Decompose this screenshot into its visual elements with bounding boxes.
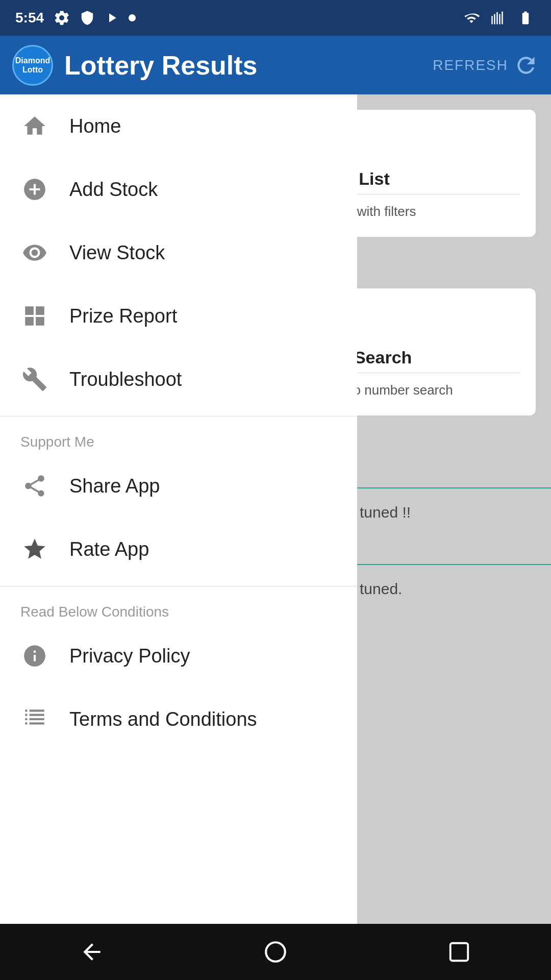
- dot-indicator: [129, 14, 136, 21]
- play-icon: [104, 9, 119, 27]
- navigation-drawer: Home Add Stock View Stock: [0, 94, 357, 980]
- menu-item-prize-report[interactable]: Prize Report: [0, 284, 357, 348]
- status-left: 5:54: [15, 9, 136, 27]
- menu-item-troubleshoot[interactable]: Troubleshoot: [0, 348, 357, 411]
- menu-label-privacy-policy: Privacy Policy: [69, 645, 190, 667]
- menu-label-troubleshoot: Troubleshoot: [69, 369, 182, 390]
- add-circle-icon: [20, 175, 49, 204]
- menu-label-share-app: Share App: [69, 475, 160, 497]
- menu-label-rate-app: Rate App: [69, 538, 149, 560]
- menu-label-terms-conditions: Terms and Conditions: [69, 708, 257, 730]
- menu-label-add-stock: Add Stock: [69, 179, 158, 201]
- home-nav-button[interactable]: [255, 932, 296, 972]
- star-icon: [20, 535, 49, 564]
- conditions-section-header: Read Below Conditions: [0, 592, 357, 624]
- shield-icon: [80, 9, 95, 27]
- divider-support: [0, 416, 357, 416]
- time-display: 5:54: [15, 10, 44, 26]
- main-layout: Result List result list with filters $ Q…: [0, 94, 551, 980]
- svg-point-0: [266, 942, 285, 962]
- menu-item-privacy-policy[interactable]: Privacy Policy: [0, 624, 357, 688]
- info-icon: [20, 642, 49, 670]
- grid-icon: [20, 302, 49, 330]
- wrench-icon: [20, 365, 49, 394]
- app-header: DiamondLotto Lottery Results REFRESH: [0, 36, 551, 94]
- menu-item-share-app[interactable]: Share App: [0, 454, 357, 518]
- menu-item-home[interactable]: Home: [0, 94, 357, 158]
- menu-item-rate-app[interactable]: Rate App: [0, 518, 357, 581]
- svg-rect-1: [450, 943, 468, 961]
- share-icon: [20, 472, 49, 500]
- status-right: [461, 9, 536, 27]
- signal-icon: [491, 9, 506, 27]
- refresh-label: REFRESH: [433, 57, 508, 74]
- list-icon: [20, 705, 49, 733]
- menu-label-home: Home: [69, 115, 121, 137]
- menu-item-view-stock[interactable]: View Stock: [0, 221, 357, 284]
- app-title: Lottery Results: [64, 50, 433, 81]
- refresh-icon: [513, 53, 539, 78]
- status-bar: 5:54: [0, 0, 551, 36]
- navigation-bar: [0, 924, 551, 980]
- back-button[interactable]: [71, 932, 112, 972]
- menu-item-add-stock[interactable]: Add Stock: [0, 158, 357, 221]
- eye-icon: [20, 238, 49, 267]
- settings-icon: [53, 9, 70, 27]
- refresh-button[interactable]: REFRESH: [433, 53, 539, 78]
- app-logo: DiamondLotto: [12, 45, 53, 86]
- menu-item-terms-conditions[interactable]: Terms and Conditions: [0, 688, 357, 751]
- menu-label-view-stock: View Stock: [69, 242, 165, 264]
- recents-button[interactable]: [439, 932, 480, 972]
- wifi-icon: [461, 10, 482, 26]
- home-icon: [20, 112, 49, 140]
- divider-conditions: [0, 586, 357, 586]
- support-section-header: Support Me: [0, 422, 357, 454]
- menu-label-prize-report: Prize Report: [69, 305, 177, 327]
- battery-icon: [515, 10, 536, 26]
